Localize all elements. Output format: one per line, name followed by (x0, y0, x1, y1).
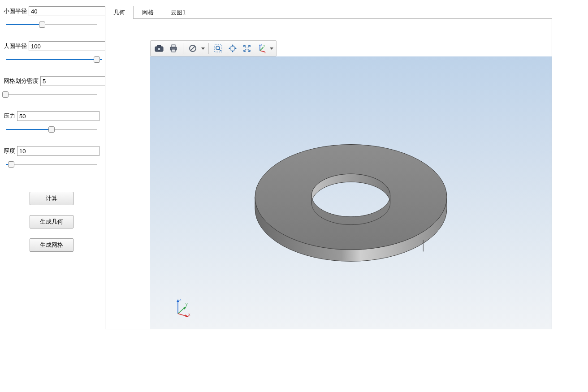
slider-thumb[interactable] (48, 126, 55, 133)
viewport-toolbar: z y x (150, 40, 277, 56)
parameter-panel: 小圆半径 大圆半径 网格划分密度 压力 (0, 0, 103, 392)
svg-text:y: y (264, 44, 265, 47)
generate-geometry-button[interactable]: 生成几何 (30, 215, 74, 228)
selection-mode-dropdown[interactable] (200, 42, 206, 55)
action-button-column: 计算 生成几何 生成网格 (4, 192, 99, 252)
param-row-thickness: 厚度 (4, 146, 99, 156)
svg-text:x: x (264, 51, 266, 53)
zoom-box-icon (214, 44, 223, 53)
tab-label: 几何 (113, 9, 125, 16)
pressure-input[interactable] (17, 111, 99, 121)
param-label: 压力 (4, 112, 17, 120)
param-label: 小圆半径 (4, 7, 29, 15)
svg-rect-4 (172, 45, 175, 47)
large-radius-input[interactable] (29, 41, 108, 51)
slider-thumb[interactable] (2, 91, 9, 98)
main-area: 几何 网格 云图1 (103, 0, 588, 392)
tab-label: 云图1 (171, 9, 186, 16)
svg-point-9 (216, 46, 220, 50)
toolbar-separator (183, 43, 183, 54)
param-row-large-radius: 大圆半径 (4, 41, 99, 51)
small-radius-input[interactable] (29, 6, 108, 16)
slider-track (6, 164, 97, 165)
slider-track (6, 94, 97, 95)
geometry-viewport[interactable]: z y x (150, 56, 552, 329)
camera-icon (155, 45, 164, 52)
svg-rect-11 (231, 47, 234, 50)
washer-geometry (150, 56, 552, 329)
tab-content: z y x (105, 18, 552, 329)
svg-rect-1 (157, 45, 161, 47)
tab-contour1[interactable]: 云图1 (162, 6, 194, 19)
chevron-down-icon (270, 47, 273, 50)
generate-mesh-button[interactable]: 生成网格 (30, 238, 74, 252)
compute-button[interactable]: 计算 (30, 192, 74, 205)
tab-bar: 几何 网格 云图1 (103, 6, 588, 19)
param-label: 网格划分密度 (4, 77, 40, 85)
slider-thumb[interactable] (94, 56, 100, 63)
tab-label: 网格 (142, 9, 154, 16)
param-row-mesh-density: 网格划分密度 (4, 76, 99, 86)
axes-orientation-icon: z y x (256, 43, 266, 53)
svg-line-7 (190, 46, 195, 51)
small-radius-slider[interactable] (4, 20, 99, 30)
slider-thumb[interactable] (8, 161, 14, 168)
large-radius-slider[interactable] (4, 55, 99, 65)
view-orientation-dropdown[interactable] (269, 42, 274, 55)
print-button[interactable] (167, 42, 180, 55)
camera-snapshot-button[interactable] (152, 42, 166, 55)
thickness-slider[interactable] (4, 159, 99, 169)
param-row-small-radius: 小圆半径 (4, 6, 99, 16)
svg-text:z: z (261, 43, 262, 46)
view-orientation-button[interactable]: z y x (255, 42, 268, 55)
mesh-density-slider[interactable] (4, 90, 99, 99)
svg-rect-5 (172, 49, 175, 52)
app-root: 小圆半径 大圆半径 网格划分密度 压力 (0, 0, 588, 392)
toolbar-separator (208, 43, 209, 54)
tab-geometry[interactable]: 几何 (105, 6, 134, 19)
viewport-region: z y x (150, 40, 552, 329)
param-label: 大圆半径 (4, 42, 29, 50)
slider-fill (6, 59, 102, 60)
svg-point-2 (158, 47, 160, 50)
selection-mode-button[interactable] (186, 42, 199, 55)
chevron-down-icon (201, 47, 205, 50)
param-label: 厚度 (4, 147, 17, 155)
fit-extents-icon (242, 44, 251, 53)
slider-fill (6, 129, 54, 130)
print-icon (169, 44, 178, 52)
slider-thumb[interactable] (39, 22, 45, 28)
zoom-box-button[interactable] (212, 42, 225, 55)
svg-line-10 (219, 49, 221, 51)
fit-extents-button[interactable] (240, 42, 254, 55)
tab-mesh[interactable]: 网格 (134, 6, 162, 19)
thickness-input[interactable] (17, 146, 99, 156)
pan-arrows-icon (228, 44, 237, 53)
param-row-pressure: 压力 (4, 111, 99, 121)
pan-button[interactable] (226, 42, 239, 55)
pressure-slider[interactable] (4, 125, 99, 134)
no-entry-icon (188, 44, 197, 53)
